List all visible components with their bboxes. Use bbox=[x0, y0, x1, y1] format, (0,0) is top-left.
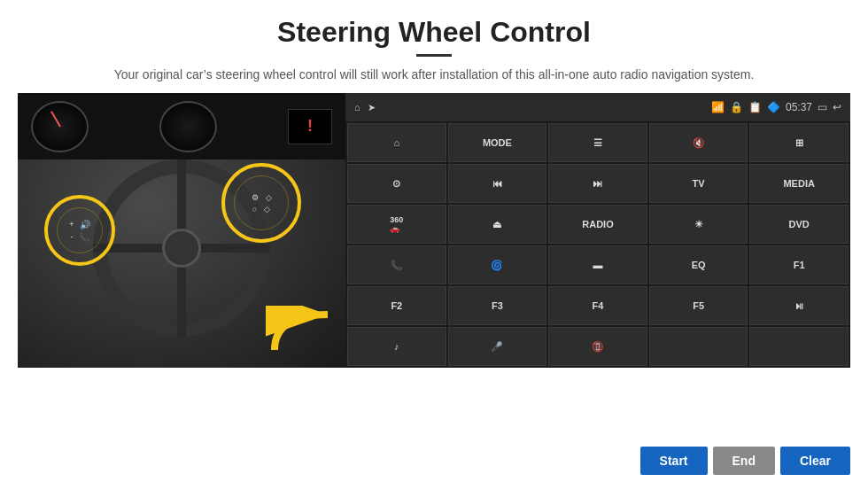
yellow-arrow bbox=[266, 306, 337, 359]
btn-f2[interactable]: F2 bbox=[347, 286, 446, 325]
back-icon: ↩ bbox=[833, 101, 841, 113]
home-status-icon: ⌂ bbox=[354, 102, 360, 113]
call-end-icon: 📵 bbox=[592, 341, 604, 353]
time-display: 05:37 bbox=[786, 101, 812, 113]
btn-browse[interactable]: 🌀 bbox=[448, 245, 547, 284]
end-button[interactable]: End bbox=[713, 447, 775, 475]
content-area: ! +🔊 -📞 bbox=[0, 93, 868, 439]
btn-eject[interactable]: ⏏ bbox=[448, 205, 547, 244]
btn-tv[interactable]: TV bbox=[649, 164, 748, 203]
btn-menu[interactable]: ☰ bbox=[548, 123, 647, 162]
bottom-controls: Start End Clear bbox=[0, 439, 868, 482]
btn-mic[interactable]: 🎤 bbox=[448, 327, 547, 366]
header-section: Steering Wheel Control Your original car… bbox=[0, 0, 868, 93]
eq-label: EQ bbox=[692, 260, 706, 270]
btn-dvd[interactable]: DVD bbox=[749, 205, 849, 244]
eject-icon: ⏏ bbox=[492, 219, 501, 230]
start-button[interactable]: Start bbox=[640, 447, 708, 475]
browse-icon: 🌀 bbox=[491, 260, 503, 271]
btn-music[interactable]: ♪ bbox=[347, 327, 446, 366]
f4-label: F4 bbox=[593, 300, 604, 311]
buttons-grid: ⌂ MODE ☰ 🔇 ⊞ ⊙ ⏮ ⏭ TV MEDIA 360🚗 ⏏ RADIO… bbox=[345, 121, 850, 368]
control-panel: ⌂ ➤ 📶 🔒 📋 🔷 05:37 ▭ ↩ ⌂ MODE ☰ bbox=[345, 93, 850, 368]
f5-label: F5 bbox=[693, 300, 704, 311]
status-bar: ⌂ ➤ 📶 🔒 📋 🔷 05:37 ▭ ↩ bbox=[345, 93, 850, 121]
yellow-circle-right: ⚙◇ ○◇ bbox=[221, 163, 301, 243]
lock-icon: 🔒 bbox=[730, 101, 743, 113]
btn-f4[interactable]: F4 bbox=[548, 286, 647, 325]
menu-icon: ☰ bbox=[593, 137, 602, 149]
btn-eq[interactable]: EQ bbox=[649, 245, 748, 284]
f1-label: F1 bbox=[794, 260, 805, 270]
wifi-icon: 📶 bbox=[711, 101, 725, 113]
btn-screen[interactable]: ▬ bbox=[548, 245, 647, 284]
settings-circle-icon: ⊙ bbox=[392, 178, 400, 190]
btn-f3[interactable]: F3 bbox=[448, 286, 547, 325]
title-divider bbox=[416, 54, 452, 57]
yellow-circle-left: +🔊 -📞 bbox=[44, 195, 115, 266]
page-title: Steering Wheel Control bbox=[53, 16, 815, 49]
tv-label: TV bbox=[693, 178, 705, 189]
btn-f5[interactable]: F5 bbox=[649, 286, 748, 325]
btn-mode[interactable]: MODE bbox=[448, 123, 547, 162]
mute-icon: 🔇 bbox=[693, 137, 705, 149]
play-pause-icon: ⏯ bbox=[794, 300, 804, 311]
monitor-icon: ▭ bbox=[818, 101, 827, 113]
phone-icon: 📞 bbox=[391, 260, 403, 271]
btn-empty-1 bbox=[649, 327, 748, 366]
btn-media[interactable]: MEDIA bbox=[749, 164, 849, 203]
btn-apps[interactable]: ⊞ bbox=[749, 123, 849, 162]
360-icon: 360🚗 bbox=[390, 215, 403, 233]
btn-mute[interactable]: 🔇 bbox=[649, 123, 748, 162]
btn-f1[interactable]: F1 bbox=[749, 245, 849, 284]
btn-next[interactable]: ⏭ bbox=[548, 164, 647, 203]
screen-icon: ▬ bbox=[593, 260, 602, 270]
steering-wheel-bg: ! +🔊 -📞 bbox=[18, 93, 345, 368]
bluetooth-icon: 🔷 bbox=[767, 101, 780, 113]
radio-label: RADIO bbox=[582, 219, 613, 229]
mode-label: MODE bbox=[483, 137, 512, 148]
btn-brightness[interactable]: ☀ bbox=[649, 205, 748, 244]
btn-360[interactable]: 360🚗 bbox=[347, 205, 446, 244]
music-icon: ♪ bbox=[394, 341, 399, 352]
sim-icon: 📋 bbox=[748, 101, 762, 113]
status-bar-right: 📶 🔒 📋 🔷 05:37 ▭ ↩ bbox=[711, 101, 841, 113]
status-bar-left: ⌂ ➤ bbox=[354, 102, 376, 113]
btn-settings-circle[interactable]: ⊙ bbox=[347, 164, 446, 203]
dvd-label: DVD bbox=[789, 219, 810, 229]
prev-icon: ⏮ bbox=[492, 178, 502, 189]
page-container: Steering Wheel Control Your original car… bbox=[0, 0, 868, 482]
f2-label: F2 bbox=[391, 300, 402, 311]
mic-icon: 🎤 bbox=[491, 341, 503, 353]
btn-phone[interactable]: 📞 bbox=[347, 245, 446, 284]
send-icon: ➤ bbox=[368, 102, 376, 113]
btn-prev[interactable]: ⏮ bbox=[448, 164, 547, 203]
apps-icon: ⊞ bbox=[795, 137, 803, 149]
clear-button[interactable]: Clear bbox=[780, 447, 850, 475]
media-label: MEDIA bbox=[783, 178, 814, 189]
subtitle-text: Your original car’s steering wheel contr… bbox=[53, 66, 815, 84]
btn-call-end[interactable]: 📵 bbox=[548, 327, 647, 366]
btn-radio[interactable]: RADIO bbox=[548, 205, 647, 244]
btn-home[interactable]: ⌂ bbox=[347, 123, 446, 162]
f3-label: F3 bbox=[492, 300, 503, 311]
btn-empty-2 bbox=[749, 327, 849, 366]
home-icon: ⌂ bbox=[393, 137, 399, 148]
brightness-icon: ☀ bbox=[694, 219, 703, 230]
next-icon: ⏭ bbox=[593, 178, 602, 189]
btn-play-pause[interactable]: ⏯ bbox=[749, 286, 849, 325]
steering-image: ! +🔊 -📞 bbox=[18, 93, 345, 368]
